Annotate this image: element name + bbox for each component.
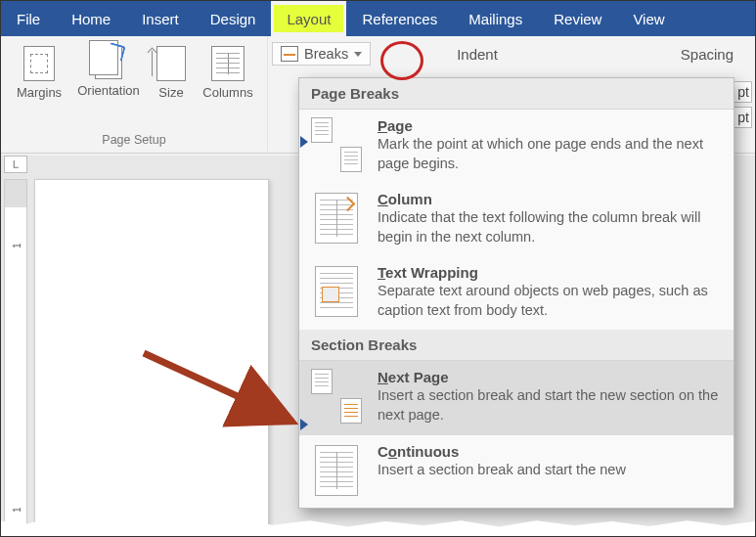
size-label: Size bbox=[158, 85, 183, 100]
columns-button[interactable]: Columns bbox=[197, 42, 259, 133]
dropdown-header-page-breaks: Page Breaks bbox=[299, 78, 734, 110]
page-break-desc: Mark the point at which one page ends an… bbox=[378, 135, 722, 173]
continuous-desc: Insert a section break and start the new bbox=[378, 461, 722, 480]
group-page-setup: Margins Orientation Size Columns Page Se… bbox=[1, 36, 268, 153]
breaks-icon bbox=[281, 46, 298, 62]
tab-layout-label: Layout bbox=[287, 11, 331, 27]
dropdown-header-section-breaks: Section Breaks bbox=[299, 330, 734, 361]
tab-review[interactable]: Review bbox=[538, 1, 617, 36]
orientation-icon bbox=[95, 46, 122, 79]
size-button[interactable]: Size bbox=[148, 42, 195, 133]
page-break-title: PPageage bbox=[378, 117, 722, 134]
tab-design[interactable]: Design bbox=[195, 1, 272, 36]
margins-button[interactable]: Margins bbox=[9, 42, 69, 133]
ribbon-tabs: File Home Insert Design Layout Reference… bbox=[1, 1, 755, 36]
breaks-dropdown: Page Breaks PPageage Mark the point at w… bbox=[298, 77, 734, 509]
column-break-icon bbox=[311, 191, 362, 246]
ruler-corner[interactable]: L bbox=[4, 156, 27, 173]
text-wrapping-icon bbox=[311, 264, 362, 319]
columns-icon bbox=[211, 46, 245, 81]
indent-label: Indent bbox=[378, 46, 673, 63]
document-page[interactable] bbox=[34, 179, 269, 537]
tab-view[interactable]: View bbox=[617, 1, 680, 36]
tab-references[interactable]: References bbox=[346, 1, 453, 36]
size-icon bbox=[156, 46, 186, 81]
menu-item-page-break[interactable]: PPageage Mark the point at which one pag… bbox=[299, 110, 734, 183]
chevron-down-icon bbox=[354, 52, 362, 57]
continuous-icon bbox=[311, 443, 362, 498]
menu-item-continuous[interactable]: CoContinuousntinuous Insert a section br… bbox=[299, 435, 734, 508]
menu-item-column-break[interactable]: CColumnolumn Indicate that the text foll… bbox=[299, 183, 734, 256]
menu-item-text-wrapping[interactable]: TText Wrappingext Wrapping Separate text… bbox=[299, 256, 734, 330]
tab-home[interactable]: Home bbox=[56, 1, 126, 36]
vertical-ruler[interactable]: 1 1 bbox=[4, 179, 27, 536]
submenu-indicator-icon bbox=[300, 136, 308, 148]
orientation-label: Orientation bbox=[77, 83, 140, 98]
page-break-icon bbox=[311, 117, 362, 172]
column-break-title: CColumnolumn bbox=[378, 191, 722, 207]
orientation-button[interactable]: Orientation bbox=[71, 42, 146, 133]
group-page-setup-label: Page Setup bbox=[102, 133, 165, 151]
tab-file[interactable]: File bbox=[1, 1, 56, 36]
breaks-button[interactable]: Breaks bbox=[272, 42, 371, 66]
text-wrapping-title: TText Wrappingext Wrapping bbox=[378, 264, 722, 281]
menu-item-next-page[interactable]: NNext Pageext Page Insert a section brea… bbox=[299, 361, 734, 434]
next-page-title: NNext Pageext Page bbox=[378, 369, 722, 385]
submenu-indicator-icon bbox=[300, 419, 308, 430]
spacing-label: Spacing bbox=[681, 46, 755, 63]
margins-icon bbox=[23, 46, 55, 81]
breaks-label: Breaks bbox=[304, 46, 348, 62]
margins-label: Margins bbox=[17, 85, 62, 100]
text-wrapping-desc: Separate text around objects on web page… bbox=[378, 282, 722, 320]
continuous-title: CoContinuousntinuous bbox=[378, 443, 722, 460]
next-page-desc: Insert a section break and start the new… bbox=[378, 386, 722, 425]
next-page-icon bbox=[311, 369, 362, 424]
tab-layout[interactable]: Layout bbox=[271, 1, 346, 36]
columns-label: Columns bbox=[202, 85, 252, 100]
tab-insert[interactable]: Insert bbox=[126, 1, 195, 36]
tab-mailings[interactable]: Mailings bbox=[453, 1, 538, 36]
column-break-desc: Indicate that the text following the col… bbox=[378, 208, 722, 246]
